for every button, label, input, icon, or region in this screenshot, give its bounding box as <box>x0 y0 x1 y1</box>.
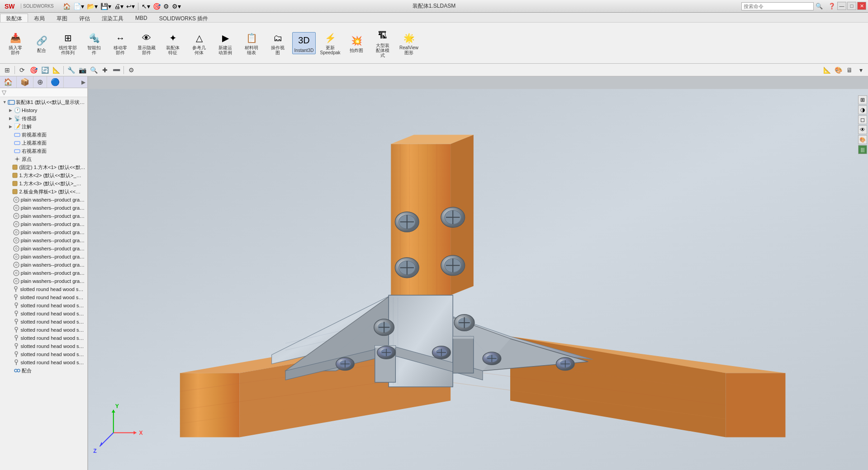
ribbon-tab-草图[interactable]: 草图 <box>51 14 73 22</box>
toolbar-icon-undo[interactable]: ↩▾ <box>125 2 136 11</box>
panel-tab-parts[interactable]: 📦 <box>17 76 33 88</box>
tree-item-part4[interactable]: 2.板金角撑板<1> (默认<<默认>_显 <box>0 188 87 196</box>
toolbar-icon-new[interactable]: 📄▾ <box>72 2 85 11</box>
view-section-icon[interactable]: ◑ <box>858 105 867 114</box>
view-display-icon[interactable]: ◻ <box>858 115 867 124</box>
tree-item-washer10[interactable]: plain washers--product grade c <box>0 269 87 277</box>
tree-item-screw2[interactable]: slotted round head wood screws <box>0 293 87 301</box>
tree-item-screw7[interactable]: slotted round head wood screw <box>0 334 87 342</box>
tree-item-part3[interactable]: 1.方木<3> (默认<<默认>_显示状态 <box>0 179 87 188</box>
maximize-button[interactable]: □ <box>847 2 856 10</box>
tree-item-washer1[interactable]: plain washers--product grade c <box>0 196 87 204</box>
tree-item-part1[interactable]: (固定) 1.方木<1> (默认<<默认>_显 <box>0 163 87 171</box>
tree-expand-root[interactable]: ▼ <box>2 100 8 104</box>
ribbon-btn-装配体_特征[interactable]: ✦装配体特征 <box>161 29 185 56</box>
vp-ctrl-6[interactable]: 🔧 <box>66 65 76 75</box>
ribbon-btn-插入零_部件[interactable]: 📥插入零部件 <box>4 29 27 56</box>
help-icon[interactable]: ❓ <box>827 2 836 10</box>
search-input[interactable] <box>741 2 814 10</box>
ribbon-btn-操作视_图[interactable]: 🗂操作视图 <box>266 29 289 56</box>
ribbon-tab-MBD[interactable]: MBD <box>129 14 153 22</box>
ribbon-btn-拍炸图[interactable]: 💥拍炸图 <box>345 32 368 54</box>
tree-item-history[interactable]: ▶🕐History <box>0 106 87 114</box>
filter-icon[interactable]: ▽ <box>2 89 6 96</box>
vp-ctrl-10[interactable]: ➖ <box>111 65 122 75</box>
tree-item-right-plane[interactable]: 右视基准面 <box>0 147 87 155</box>
tree-item-mate-group[interactable]: 配合 <box>0 367 87 375</box>
view-appear-icon[interactable]: 🎨 <box>858 135 867 144</box>
tree-item-washer5[interactable]: plain washers--product grade c <box>0 228 87 236</box>
vp-ctrl-4[interactable]: 🔄 <box>39 65 50 75</box>
tree-item-screw3[interactable]: slotted round head wood screw <box>0 301 87 310</box>
toolbar-icon-options2[interactable]: ⚙ <box>162 2 170 11</box>
view-orient-icon[interactable]: ⊞ <box>858 95 867 104</box>
tree-item-screw9[interactable]: slotted round head wood screw <box>0 350 87 358</box>
ribbon-tab-装配体[interactable]: 装配体 <box>0 14 28 22</box>
ribbon-tab-评估[interactable]: 评估 <box>73 14 96 22</box>
tree-item-screw4[interactable]: slotted round head wood screw <box>0 310 87 318</box>
toolbar-icon-save[interactable]: 💾▾ <box>100 2 112 11</box>
ribbon-btn-Instant3D[interactable]: 3DInstant3D <box>292 32 316 54</box>
tree-item-washer11[interactable]: plain washers--product grade c <box>0 277 87 285</box>
ribbon-btn-显示隐藏_部件[interactable]: 👁显示隐藏部件 <box>135 29 158 56</box>
vp-ctrl-2[interactable]: ⟳ <box>17 65 28 75</box>
tree-expand-sensor[interactable]: ▶ <box>7 116 14 121</box>
vp-ctrl-5[interactable]: 📐 <box>51 65 62 75</box>
tree-item-washer3[interactable]: plain washers--product grade c <box>0 212 87 220</box>
tree-item-sensor[interactable]: ▶📡传感器 <box>0 114 87 122</box>
vp-ctrl-7[interactable]: 📷 <box>77 65 88 75</box>
vp-ctrl-13[interactable]: 🎨 <box>833 65 844 75</box>
toolbar-icon-print[interactable]: 🖨▾ <box>113 2 124 11</box>
tree-item-screw6[interactable]: slotted round head wood screw <box>0 326 87 334</box>
vp-ctrl-12[interactable]: 📐 <box>821 65 832 75</box>
vp-ctrl-1[interactable]: ⊞ <box>2 65 13 75</box>
view-scene-icon[interactable]: ||| <box>858 145 867 154</box>
toolbar-icon-options3[interactable]: ⚙▾ <box>171 2 182 11</box>
vp-ctrl-15[interactable]: ▾ <box>855 65 866 75</box>
ribbon-btn-线性零部_件阵列[interactable]: ⊞线性零部件阵列 <box>56 29 80 56</box>
view-hide-icon[interactable]: 👁 <box>858 125 867 134</box>
search-icon[interactable]: 🔍 <box>816 3 823 9</box>
ribbon-btn-大型装_配体模_式[interactable]: 🏗大型装配体模式 <box>371 27 394 59</box>
close-button[interactable]: ✕ <box>857 2 866 10</box>
vp-ctrl-14[interactable]: 🖥 <box>844 65 855 75</box>
ribbon-btn-智能扣_件[interactable]: 🔩智能扣件 <box>82 29 106 56</box>
panel-expand-btn[interactable]: ▶ <box>80 76 87 88</box>
vp-ctrl-8[interactable]: 🔍 <box>88 65 99 75</box>
ribbon-btn-更新_Speedpak[interactable]: ⚡更新Speedpak <box>318 29 342 56</box>
ribbon-btn-新建运_动算例[interactable]: ▶新建运动算例 <box>213 29 237 56</box>
ribbon-btn-配合[interactable]: 🔗配合 <box>30 32 53 54</box>
tree-item-part2[interactable]: 1.方木<2> (默认<<默认>_显示状态 <box>0 171 87 179</box>
toolbar-icon-select[interactable]: ↖▾ <box>141 2 151 11</box>
toolbar-icon-open[interactable]: 📂▾ <box>86 2 99 11</box>
vp-ctrl-11[interactable]: ⚙ <box>126 65 137 75</box>
ribbon-tab-布局[interactable]: 布局 <box>28 14 51 22</box>
toolbar-icon-home[interactable]: 🏠 <box>62 2 71 11</box>
tree-item-notes[interactable]: ▶📝注解 <box>0 122 87 131</box>
ribbon-btn-移动零_部件[interactable]: ↔移动零部件 <box>109 29 132 56</box>
ribbon-btn-材料明_细表[interactable]: 📋材料明细表 <box>240 29 263 56</box>
tree-item-screw5[interactable]: slotted round head wood screw <box>0 318 87 326</box>
tree-item-front-plane[interactable]: 前视基准面 <box>0 131 87 139</box>
tree-area[interactable]: ▼装配体1 (默认<<默认_显示状态-1>)▶🕐History▶📡传感器▶📝注解… <box>0 97 87 470</box>
panel-tab-model[interactable]: 🏠 <box>0 76 17 88</box>
ribbon-tab-渲染工具[interactable]: 渲染工具 <box>96 14 129 22</box>
toolbar-icon-options1[interactable]: 🎯 <box>152 2 161 11</box>
vp-ctrl-3[interactable]: 🎯 <box>28 65 39 75</box>
tree-item-washer4[interactable]: plain washers--product grade c <box>0 220 87 228</box>
ribbon-btn-参考几_何体[interactable]: △参考几何体 <box>187 29 211 56</box>
panel-tab-config[interactable]: ⊕ <box>33 76 47 88</box>
ribbon-btn-RealView_图形[interactable]: 🌟RealView图形 <box>397 29 421 56</box>
tree-item-root[interactable]: ▼装配体1 (默认<<默认_显示状态-1>) <box>0 98 87 106</box>
tree-item-screw1[interactable]: slotted round head wood screws <box>0 285 87 293</box>
tree-item-screw10[interactable]: slotted round head wood screw <box>0 358 87 367</box>
vp-ctrl-9[interactable]: ✚ <box>100 65 110 75</box>
tree-item-washer9[interactable]: plain washers--product grade c <box>0 261 87 269</box>
tree-item-top-plane[interactable]: 上视基准面 <box>0 139 87 147</box>
tree-expand-history[interactable]: ▶ <box>7 108 14 113</box>
viewport[interactable]: X Y Z ⊞ ◑ ◻ 👁 🎨 ||| <box>88 76 868 470</box>
tree-item-washer8[interactable]: plain washers--product grade c <box>0 253 87 261</box>
tree-item-screw8[interactable]: slotted round head wood screw <box>0 342 87 350</box>
ribbon-tab-SOLIDWORKS 插件[interactable]: SOLIDWORKS 插件 <box>153 14 214 22</box>
tree-item-origin[interactable]: 原点 <box>0 155 87 163</box>
